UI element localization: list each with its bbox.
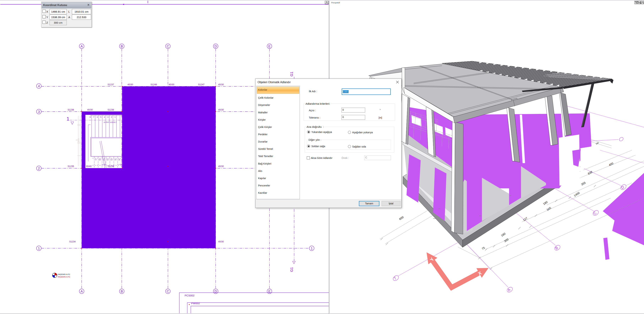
svg-text:Perspektif: Perspektif [331, 2, 340, 4]
svg-text:40/30: 40/30 [218, 109, 224, 111]
svg-text:4: 4 [38, 84, 40, 88]
svg-text:C: C [167, 289, 169, 293]
svg-text:4: 4 [104, 116, 105, 118]
svg-text:2: 2 [38, 166, 40, 170]
svg-text:300: 300 [504, 238, 509, 243]
svg-text:12: 12 [106, 159, 109, 161]
svg-text:40/30: 40/30 [169, 83, 174, 86]
svg-text:S1238: S1238 [108, 109, 114, 111]
svg-text:2: 2 [111, 116, 112, 118]
svg-text:D: D [214, 45, 217, 48]
svg-text:15 RIHT 18.8/25.7: 15 RIHT 18.8/25.7 [104, 121, 116, 123]
svg-text:40/30: 40/30 [218, 165, 224, 168]
svg-text:75: 75 [481, 246, 486, 250]
svg-text:180: 180 [500, 232, 506, 237]
svg-text:345: 345 [546, 206, 552, 211]
svg-text:G1: G1 [290, 72, 294, 76]
svg-text:B: B [121, 45, 123, 48]
svg-text:11: 11 [103, 159, 105, 161]
svg-text:1: 1 [114, 116, 116, 118]
svg-text:S1239: S1239 [108, 165, 114, 168]
svg-text:1: 1 [311, 246, 313, 250]
svg-text:S1248: S1248 [150, 83, 157, 86]
svg-text:600: 600 [398, 216, 404, 221]
svg-text:5: 5 [100, 116, 101, 118]
svg-text:PW002: PW002 [191, 302, 200, 305]
svg-text:C: C [167, 45, 169, 48]
svg-text:15: 15 [118, 159, 120, 161]
svg-text:30/40: 30/40 [86, 165, 92, 168]
svg-text:6: 6 [97, 116, 98, 118]
svg-text:B: B [121, 289, 123, 293]
svg-text:40/30: 40/30 [218, 240, 224, 243]
svg-text:400: 400 [608, 162, 614, 167]
svg-text:14: 14 [114, 159, 116, 161]
svg-text:3: 3 [108, 116, 108, 118]
svg-text:3: 3 [38, 110, 40, 114]
svg-text:S1234: S1234 [69, 240, 76, 243]
svg-text:1: 1 [38, 246, 40, 250]
svg-text:40/30: 40/30 [218, 83, 224, 86]
svg-text:S1237: S1237 [108, 83, 114, 86]
svg-text:G1: G1 [290, 267, 294, 272]
svg-text:40/30: 40/30 [87, 109, 93, 111]
svg-text:PCS002: PCS002 [184, 294, 194, 297]
svg-text:A: A [80, 45, 83, 48]
svg-text:S1247: S1247 [198, 83, 204, 86]
svg-text:8: 8 [90, 116, 91, 118]
svg-text:190: 190 [595, 142, 599, 145]
svg-text:7: 7 [93, 116, 94, 118]
svg-text:RM(ZEMİN KATI): RM(ZEMİN KATI) [58, 276, 70, 278]
svg-text:9: 9 [95, 159, 96, 161]
svg-text:KM(ZEMİN KATI): KM(ZEMİN KATI) [58, 273, 70, 275]
svg-text:10: 10 [99, 159, 101, 161]
svg-text:S1235: S1235 [68, 165, 74, 168]
svg-text:1400: 1400 [573, 191, 580, 197]
svg-text:127: 127 [522, 217, 528, 222]
svg-text:355: 355 [580, 181, 586, 186]
svg-text:S1236: S1236 [68, 109, 74, 111]
svg-text:E: E [268, 45, 271, 48]
svg-text:A: A [80, 289, 83, 293]
svg-text:13: 13 [110, 159, 112, 161]
svg-text:40/30: 40/30 [128, 83, 133, 86]
svg-text:1: 1 [66, 116, 70, 122]
